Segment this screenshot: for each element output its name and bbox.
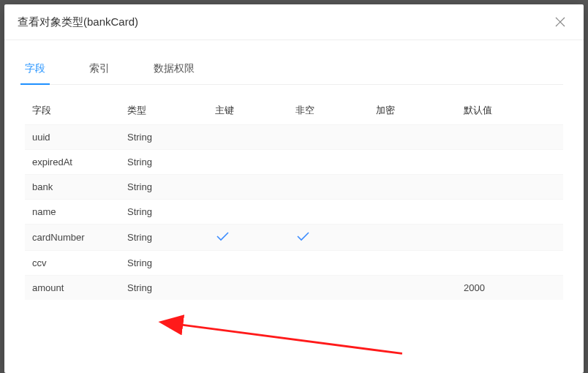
cell-type: String (127, 282, 215, 293)
table-row[interactable]: amountString2000 (25, 275, 563, 300)
modal-dialog: 查看对象类型(bankCard) 字段索引数据权限 字段 类型 主键 非空 加密… (4, 4, 584, 373)
table-row[interactable]: nameString (25, 199, 563, 224)
cell-field: ccv (32, 257, 127, 268)
check-icon (215, 233, 230, 244)
cell-type: String (127, 157, 215, 167)
cell-field: expiredAt (32, 157, 127, 167)
col-header-field: 字段 (32, 104, 127, 117)
col-header-primary: 主键 (215, 104, 295, 117)
tab-0[interactable]: 字段 (25, 55, 45, 84)
table-row[interactable]: ccvString (25, 250, 563, 275)
cell-notnull (295, 231, 376, 244)
cell-type: String (127, 206, 215, 217)
cell-field: name (32, 206, 127, 217)
table-row[interactable]: bankString (25, 174, 563, 199)
modal-title: 查看对象类型(bankCard) (18, 15, 138, 29)
col-header-default: 默认值 (464, 104, 551, 117)
cell-type: String (127, 257, 215, 268)
cell-type: String (127, 232, 215, 243)
cell-field: bank (32, 181, 127, 192)
col-header-encrypted: 加密 (376, 104, 464, 117)
cell-type: String (127, 181, 215, 192)
col-header-type: 类型 (127, 104, 215, 117)
close-button[interactable] (553, 15, 568, 29)
tab-bar: 字段索引数据权限 (25, 55, 563, 85)
cell-field: amount (32, 282, 127, 293)
modal-body: 字段索引数据权限 字段 类型 主键 非空 加密 默认值 uuidStringex… (4, 40, 584, 373)
table-row[interactable]: uuidString (25, 124, 563, 149)
cell-field: uuid (32, 132, 127, 143)
table-row[interactable]: cardNumberString (25, 224, 563, 250)
cell-type: String (127, 132, 215, 143)
col-header-notnull: 非空 (295, 104, 376, 117)
modal-header: 查看对象类型(bankCard) (4, 4, 584, 40)
check-icon (295, 233, 310, 244)
svg-line-3 (179, 325, 402, 354)
table-row[interactable]: expiredAtString (25, 149, 563, 174)
cell-default: 2000 (464, 282, 551, 293)
table-header-row: 字段 类型 主键 非空 加密 默认值 (25, 97, 563, 124)
cell-field: cardNumber (32, 232, 127, 243)
close-icon (554, 16, 566, 28)
table-body: uuidStringexpiredAtStringbankStringnameS… (25, 124, 563, 300)
tab-1[interactable]: 索引 (89, 55, 110, 84)
tab-2[interactable]: 数据权限 (154, 55, 195, 84)
cell-primary (215, 231, 295, 244)
